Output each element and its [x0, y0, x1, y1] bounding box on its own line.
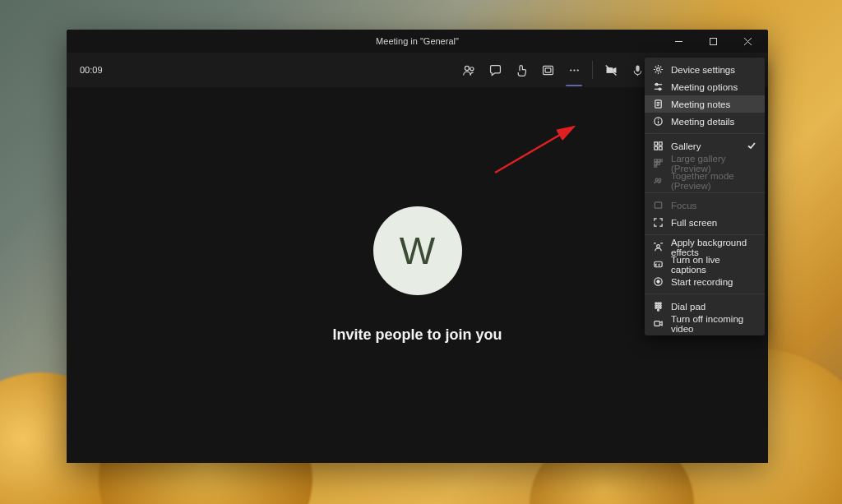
- menu-background-effects[interactable]: Apply background effects: [645, 238, 765, 256]
- menu-separator: [645, 192, 765, 193]
- menu-label: Gallery: [671, 141, 701, 151]
- menu-focus: Focus: [645, 197, 765, 214]
- svg-rect-29: [655, 146, 658, 150]
- svg-rect-33: [660, 160, 662, 162]
- svg-rect-32: [658, 160, 660, 162]
- menu-large-gallery: Large gallery (Preview): [645, 155, 765, 172]
- menu-gallery[interactable]: Gallery: [645, 137, 765, 155]
- meeting-timer: 00:09: [80, 65, 103, 75]
- focus-icon: [653, 200, 664, 210]
- background-icon: [653, 242, 664, 252]
- info-icon: [653, 116, 664, 127]
- notes-icon: [653, 99, 664, 109]
- menu-meeting-options[interactable]: Meeting options: [645, 78, 765, 95]
- rooms-button[interactable]: [534, 57, 561, 83]
- record-icon: [653, 276, 664, 287]
- svg-point-52: [655, 307, 657, 308]
- svg-point-26: [658, 119, 659, 120]
- menu-label: Meeting details: [671, 117, 734, 127]
- svg-point-48: [659, 303, 661, 304]
- menu-label: Turn on live captions: [671, 255, 756, 275]
- video-off-icon: [653, 318, 664, 329]
- svg-rect-12: [636, 65, 639, 72]
- menu-start-recording[interactable]: Start recording: [645, 273, 765, 290]
- svg-point-8: [570, 69, 571, 71]
- menu-label: Meeting options: [671, 82, 738, 92]
- svg-rect-7: [545, 67, 551, 72]
- minimize-button[interactable]: [661, 30, 696, 53]
- menu-turn-off-incoming-video[interactable]: Turn off incoming video: [645, 315, 765, 332]
- participants-button[interactable]: [456, 57, 482, 83]
- svg-point-37: [655, 178, 658, 181]
- titlebar: Meeting in "General": [67, 30, 768, 53]
- grid-icon: [653, 141, 664, 151]
- menu-separator: [645, 234, 765, 235]
- svg-rect-34: [655, 163, 657, 165]
- menu-label: Start recording: [671, 277, 733, 287]
- more-actions-menu: Device settings Meeting options Meeting …: [645, 58, 765, 335]
- menu-meeting-notes[interactable]: Meeting notes: [645, 95, 765, 113]
- fullscreen-icon: [653, 217, 664, 228]
- menu-label: Full screen: [671, 218, 717, 228]
- menu-label: Dial pad: [671, 302, 706, 312]
- camera-button[interactable]: [598, 57, 624, 83]
- menu-together-mode: Together mode (Preview): [645, 172, 765, 189]
- more-actions-button[interactable]: [561, 57, 587, 83]
- menu-device-settings[interactable]: Device settings: [645, 61, 765, 78]
- svg-rect-36: [655, 165, 657, 167]
- close-button[interactable]: [730, 30, 765, 53]
- chat-button[interactable]: [482, 57, 508, 83]
- sliders-icon: [653, 81, 664, 92]
- svg-rect-6: [543, 66, 553, 74]
- svg-rect-39: [655, 202, 661, 208]
- large-grid-icon: [653, 158, 664, 169]
- svg-point-4: [465, 66, 469, 70]
- svg-point-45: [656, 280, 659, 283]
- invite-text: Invite people to join you: [332, 326, 502, 344]
- svg-point-47: [658, 303, 659, 304]
- menu-separator: [645, 133, 765, 134]
- captions-icon: [653, 259, 664, 270]
- svg-point-38: [659, 178, 661, 181]
- window-controls: [661, 30, 765, 53]
- menu-label: Turn off incoming video: [671, 314, 756, 334]
- menu-label: Focus: [671, 201, 696, 210]
- svg-rect-56: [655, 321, 660, 326]
- svg-point-10: [576, 69, 578, 71]
- menu-label: Together mode (Preview): [671, 171, 756, 191]
- avatar-letter: W: [400, 229, 435, 273]
- together-icon: [653, 175, 664, 186]
- svg-point-15: [657, 68, 660, 72]
- svg-point-55: [658, 309, 659, 311]
- svg-point-54: [659, 307, 661, 308]
- menu-separator: [645, 294, 765, 294]
- menu-label: Device settings: [671, 65, 735, 75]
- reactions-button[interactable]: [508, 57, 534, 83]
- menu-label: Meeting notes: [671, 99, 730, 109]
- svg-rect-31: [655, 160, 657, 162]
- menu-live-captions[interactable]: Turn on live captions: [645, 256, 765, 273]
- svg-rect-27: [655, 142, 658, 146]
- svg-point-51: [659, 305, 661, 307]
- menu-full-screen[interactable]: Full screen: [645, 214, 765, 231]
- svg-rect-35: [658, 163, 660, 165]
- svg-point-5: [470, 67, 474, 70]
- svg-rect-28: [659, 142, 662, 146]
- svg-point-50: [658, 305, 659, 307]
- maximize-button[interactable]: [696, 30, 730, 53]
- menu-dial-pad[interactable]: Dial pad: [645, 298, 765, 315]
- svg-point-53: [658, 307, 659, 308]
- svg-point-40: [657, 245, 660, 248]
- svg-rect-1: [710, 38, 716, 44]
- gear-icon: [653, 64, 664, 75]
- svg-point-46: [655, 303, 657, 304]
- svg-point-49: [655, 305, 657, 307]
- svg-point-9: [573, 69, 575, 71]
- check-icon: [747, 141, 756, 152]
- menu-meeting-details[interactable]: Meeting details: [645, 113, 765, 130]
- participant-avatar: W: [373, 206, 462, 295]
- toolbar-separator: [592, 61, 593, 79]
- svg-rect-30: [659, 146, 662, 150]
- window-title: Meeting in "General": [376, 36, 459, 46]
- dialpad-icon: [653, 301, 664, 312]
